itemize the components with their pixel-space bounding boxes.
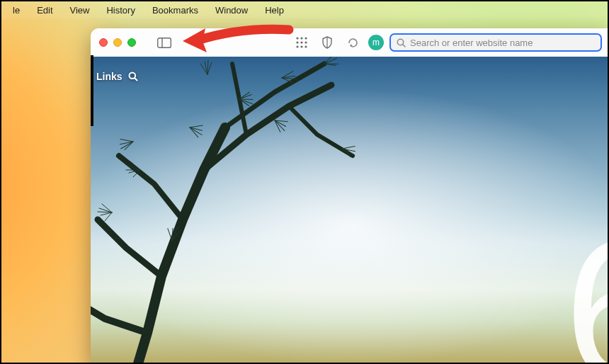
favorites-label[interactable]: Links: [96, 71, 123, 82]
apps-grid-icon: [296, 37, 307, 48]
svg-point-4: [304, 37, 307, 39]
menu-window[interactable]: Window: [207, 5, 256, 16]
svg-line-19: [105, 212, 112, 221]
svg-point-8: [296, 45, 298, 47]
svg-line-40: [341, 149, 352, 157]
svg-point-9: [300, 45, 302, 47]
browser-toolbar: m: [91, 28, 609, 57]
svg-rect-0: [158, 38, 171, 47]
menu-file[interactable]: le: [4, 5, 28, 16]
search-icon: [397, 38, 406, 47]
close-button[interactable]: [99, 38, 108, 47]
widget-big-number: 6: [564, 211, 609, 364]
svg-line-65: [200, 64, 207, 74]
svg-line-21: [127, 166, 140, 170]
svg-line-35: [324, 58, 336, 64]
svg-point-3: [300, 37, 302, 39]
profile-avatar[interactable]: m: [368, 35, 384, 50]
menu-view[interactable]: View: [62, 5, 98, 16]
svg-line-63: [205, 62, 207, 74]
profile-initial: m: [372, 38, 380, 47]
svg-line-52: [172, 229, 181, 241]
refresh-button[interactable]: [343, 34, 363, 51]
svg-line-22: [129, 170, 140, 173]
svg-line-62: [121, 142, 133, 149]
svg-line-51: [167, 228, 178, 241]
svg-line-26: [239, 95, 253, 103]
svg-line-36: [324, 63, 336, 67]
svg-line-48: [188, 127, 200, 137]
svg-line-28: [239, 91, 251, 103]
svg-point-2: [296, 37, 298, 39]
search-icon[interactable]: [128, 72, 138, 81]
svg-line-57: [275, 115, 288, 127]
start-page: Links: [91, 57, 609, 364]
svg-line-41: [342, 142, 355, 154]
svg-line-54: [170, 227, 179, 241]
minimize-button[interactable]: [113, 38, 122, 47]
svg-point-7: [304, 41, 307, 43]
svg-line-53: [164, 229, 176, 241]
sidebar-button[interactable]: [154, 34, 174, 51]
svg-line-13: [403, 44, 405, 46]
window-controls: [99, 38, 136, 47]
svg-line-64: [207, 62, 212, 74]
menu-help[interactable]: Help: [256, 5, 292, 16]
browser-window: m Show sidebar Links: [91, 28, 609, 364]
svg-point-5: [296, 41, 298, 43]
svg-line-33: [282, 69, 293, 79]
svg-line-59: [120, 138, 133, 148]
svg-line-15: [135, 78, 137, 80]
svg-line-47: [190, 123, 202, 135]
svg-line-42: [342, 148, 355, 156]
svg-line-27: [239, 99, 250, 106]
svg-line-38: [324, 62, 338, 65]
svg-line-17: [101, 212, 112, 215]
svg-line-60: [123, 142, 135, 149]
svg-line-31: [282, 74, 295, 80]
apps-button[interactable]: [292, 34, 312, 51]
svg-line-49: [190, 120, 203, 132]
svg-line-34: [282, 76, 297, 81]
menu-bookmarks[interactable]: Bookmarks: [144, 5, 207, 16]
svg-line-23: [130, 161, 140, 170]
svg-line-20: [98, 212, 112, 212]
favorites-bar: Links: [96, 71, 138, 82]
svg-line-61: [120, 135, 133, 147]
svg-line-50: [190, 126, 202, 137]
svg-line-16: [99, 208, 112, 212]
zoom-button[interactable]: [127, 38, 136, 47]
menu-history[interactable]: History: [98, 5, 143, 16]
svg-point-6: [300, 41, 302, 43]
privacy-shield-icon: [321, 36, 333, 49]
menu-edit[interactable]: Edit: [28, 5, 61, 16]
privacy-report-button[interactable]: [317, 34, 337, 51]
svg-line-58: [275, 119, 285, 132]
sidebar-icon: [157, 38, 171, 48]
system-menubar: le Edit View History Bookmarks Window He…: [1, 1, 608, 18]
svg-line-32: [281, 78, 292, 83]
refresh-icon: [347, 37, 359, 49]
window-behind-edge: [91, 55, 93, 126]
svg-line-44: [91, 312, 92, 319]
svg-line-37: [324, 57, 334, 64]
address-input[interactable]: [410, 38, 595, 48]
svg-line-25: [133, 170, 140, 177]
svg-line-30: [239, 90, 249, 102]
svg-point-10: [304, 45, 307, 47]
svg-line-18: [102, 204, 112, 212]
svg-line-66: [207, 60, 208, 74]
svg-line-29: [239, 99, 253, 104]
background-tree: [91, 57, 459, 364]
svg-line-39: [342, 145, 355, 155]
svg-line-56: [273, 120, 283, 132]
svg-line-55: [275, 117, 286, 130]
address-bar[interactable]: [389, 33, 602, 52]
